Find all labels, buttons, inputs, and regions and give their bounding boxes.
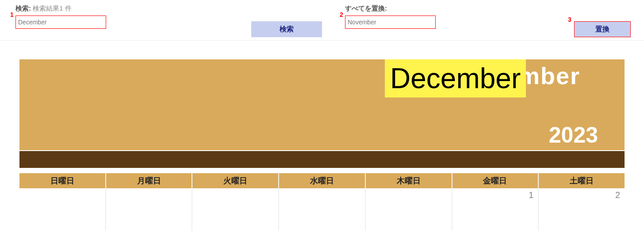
day-header-mon: 月曜日 (106, 173, 193, 188)
search-result-count: 検索結果1 件 (33, 4, 72, 12)
search-label-row: 検索: 検索結果1 件 (15, 4, 106, 13)
calendar-days-row: 日曜日 月曜日 火曜日 水曜日 木曜日 金曜日 土曜日 (19, 173, 625, 188)
day-header-thu: 木曜日 (366, 173, 452, 188)
search-input[interactable] (15, 16, 106, 29)
cell-number: 2 (615, 190, 620, 200)
calendar-divider (19, 151, 625, 168)
search-button[interactable]: 検索 (251, 21, 322, 37)
day-header-sat: 土曜日 (539, 173, 625, 188)
day-header-fri: 金曜日 (452, 173, 539, 188)
calendar-cell[interactable] (106, 188, 193, 231)
calendar-row-1: 1 2 (19, 188, 625, 231)
calendar-year: 2023 (549, 122, 598, 148)
calendar-cell[interactable] (19, 188, 106, 231)
replace-group: すべてを置換: 2 (345, 4, 436, 29)
calendar-cell[interactable] (366, 188, 452, 231)
search-group: 検索: 検索結果1 件 1 (15, 4, 106, 29)
search-label: 検索: (15, 4, 31, 12)
callout-3: 3 (568, 16, 571, 23)
calendar-header: December 2023 (19, 59, 625, 150)
find-replace-toolbar: 検索: 検索結果1 件 1 検索 すべてを置換: 2 3 置換 (0, 0, 644, 41)
replace-input[interactable] (345, 16, 436, 29)
search-highlight: December (385, 59, 526, 97)
calendar-area: December December 2023 日曜日 月曜日 火曜日 水曜日 木… (0, 59, 644, 231)
calendar-cell[interactable]: 2 (539, 188, 625, 231)
replace-label: すべてを置換: (345, 4, 436, 13)
callout-1: 1 (10, 11, 14, 18)
calendar-cell[interactable]: 1 (452, 188, 539, 231)
replace-button[interactable]: 置換 (574, 21, 631, 37)
day-header-wed: 水曜日 (279, 173, 366, 188)
calendar-cell[interactable] (192, 188, 279, 231)
calendar-cell[interactable] (279, 188, 366, 231)
day-header-sun: 日曜日 (19, 173, 106, 188)
day-header-tue: 火曜日 (192, 173, 279, 188)
callout-2: 2 (340, 11, 343, 18)
cell-number: 1 (529, 190, 533, 200)
